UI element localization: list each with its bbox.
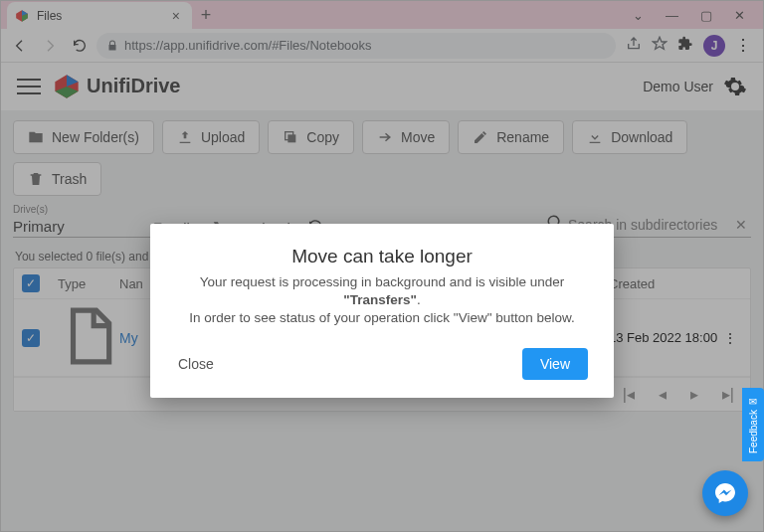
close-button[interactable]: Close bbox=[176, 350, 216, 378]
dialog-body: Your request is processing in background… bbox=[176, 273, 588, 328]
view-button[interactable]: View bbox=[522, 348, 588, 380]
feedback-icon: ✉ bbox=[748, 396, 759, 407]
dialog-actions: Close View bbox=[176, 348, 588, 380]
dialog-title: Move can take longer bbox=[176, 246, 588, 267]
chat-fab[interactable] bbox=[702, 470, 748, 516]
modal-backdrop[interactable]: Move can take longer Your request is pro… bbox=[0, 0, 764, 532]
move-dialog: Move can take longer Your request is pro… bbox=[150, 224, 614, 398]
messenger-icon bbox=[713, 481, 737, 505]
feedback-tab[interactable]: Feedback ✉ bbox=[742, 388, 764, 461]
